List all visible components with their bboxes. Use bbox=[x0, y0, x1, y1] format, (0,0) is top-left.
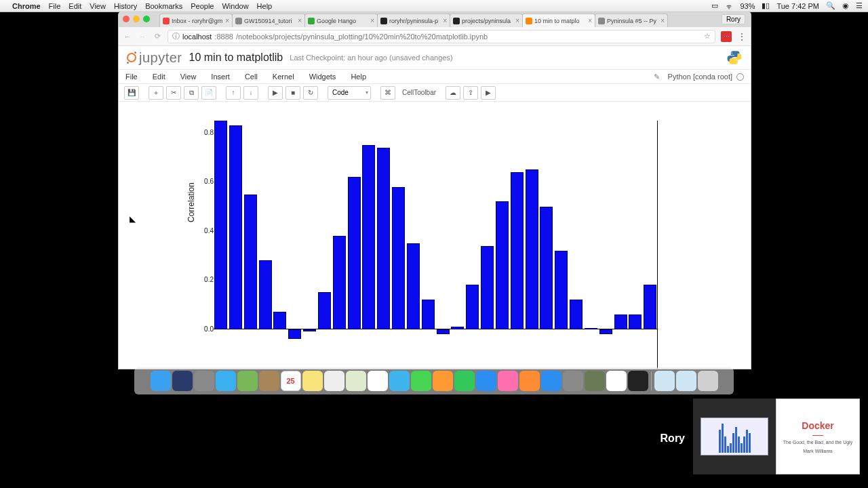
run-button[interactable]: ▶ bbox=[268, 86, 283, 100]
bar bbox=[466, 285, 479, 329]
jmenu-kernel[interactable]: Kernel bbox=[273, 73, 294, 81]
dock-reminders-icon[interactable] bbox=[324, 371, 344, 391]
jmenu-file[interactable]: File bbox=[125, 73, 138, 81]
dock-safari-icon[interactable] bbox=[216, 371, 236, 391]
bookmark-star-icon[interactable]: ☆ bbox=[704, 32, 711, 41]
jupyter-logo[interactable]: jupyter bbox=[127, 50, 182, 66]
edit-mode-icon[interactable]: ✎ bbox=[654, 73, 660, 81]
kernel-name[interactable]: Python [conda root] bbox=[668, 73, 732, 81]
jmenu-cell[interactable]: Cell bbox=[245, 73, 258, 81]
dock-screenshot2-icon[interactable] bbox=[676, 371, 696, 391]
siri-icon[interactable]: ◉ bbox=[842, 1, 849, 10]
extension-icon[interactable]: ⋯ bbox=[721, 31, 732, 42]
dock-ibooks-icon[interactable] bbox=[519, 371, 540, 391]
jmenu-widgets[interactable]: Widgets bbox=[309, 73, 336, 81]
menu-history[interactable]: History bbox=[114, 2, 137, 10]
close-tab-icon[interactable]: × bbox=[298, 17, 302, 24]
stop-button[interactable]: ■ bbox=[285, 86, 300, 100]
youtube-button[interactable]: ▶ bbox=[481, 86, 496, 100]
jupyter-wordmark: jupyter bbox=[139, 50, 182, 66]
dock-preview-icon[interactable] bbox=[237, 371, 258, 391]
address-bar[interactable]: ⓘ localhost:8888/notebooks/projects/pyni… bbox=[167, 30, 715, 43]
browser-tab[interactable]: 10 min to matplo× bbox=[522, 14, 595, 27]
menu-help[interactable]: Help bbox=[257, 2, 273, 10]
save-button[interactable]: 💾 bbox=[124, 86, 139, 100]
dock-trash-icon[interactable] bbox=[698, 371, 718, 391]
chrome-user-button[interactable]: Rory bbox=[722, 14, 745, 24]
close-tab-icon[interactable]: × bbox=[588, 17, 592, 24]
menu-people[interactable]: People bbox=[191, 2, 214, 10]
dock-contacts-icon[interactable] bbox=[259, 371, 279, 391]
browser-tab[interactable]: projects/pyninsula× bbox=[450, 14, 523, 27]
insert-cell-button[interactable]: ＋ bbox=[149, 86, 163, 100]
dock-settings-icon[interactable] bbox=[563, 371, 583, 391]
jmenu-edit[interactable]: Edit bbox=[153, 73, 165, 81]
browser-tab[interactable]: Inbox - roryhr@gm× bbox=[159, 14, 233, 27]
dock-maps-icon[interactable] bbox=[346, 371, 366, 391]
command-palette-button[interactable]: ⌘ bbox=[380, 86, 395, 100]
dock-itunes-icon[interactable] bbox=[498, 371, 518, 391]
close-tab-icon[interactable]: × bbox=[370, 17, 374, 24]
dock-notes-icon[interactable] bbox=[302, 371, 323, 391]
notification-center-icon[interactable]: ☰ bbox=[856, 1, 863, 10]
restart-button[interactable]: ↻ bbox=[303, 86, 318, 100]
cut-cell-button[interactable]: ✂ bbox=[166, 86, 181, 100]
cloud-button[interactable]: ☁ bbox=[446, 86, 460, 100]
window-controls[interactable] bbox=[123, 16, 150, 22]
copy-cell-button[interactable]: ⧉ bbox=[184, 86, 199, 100]
close-tab-icon[interactable]: × bbox=[515, 17, 519, 24]
dock-calendar-icon[interactable]: 25 bbox=[281, 371, 301, 391]
paste-cell-button[interactable]: 📄 bbox=[201, 86, 216, 100]
bar bbox=[348, 177, 361, 329]
dock-appstore-icon[interactable] bbox=[541, 371, 561, 391]
menu-window[interactable]: Window bbox=[222, 2, 248, 10]
dock-screenshot-icon[interactable] bbox=[654, 371, 675, 391]
dock-googleearth-icon[interactable] bbox=[172, 371, 193, 391]
close-tab-icon[interactable]: × bbox=[660, 17, 665, 24]
dock-pages-icon[interactable] bbox=[433, 371, 453, 391]
bar bbox=[644, 285, 656, 329]
forward-button[interactable]: → bbox=[138, 33, 147, 41]
slide-title: Docker bbox=[802, 420, 833, 431]
celltype-select[interactable]: Code bbox=[328, 86, 371, 100]
jmenu-help[interactable]: Help bbox=[351, 73, 366, 81]
dock-terminal-icon[interactable] bbox=[628, 371, 648, 391]
airplay-icon[interactable]: ▭ bbox=[711, 1, 718, 10]
dock-numbers-icon[interactable] bbox=[454, 371, 475, 391]
dock-photos-icon[interactable] bbox=[368, 371, 388, 391]
checkpoint-text: Last Checkpoint: an hour ago (unsaved ch… bbox=[290, 54, 452, 62]
browser-tab[interactable]: Google Hango× bbox=[304, 14, 378, 27]
menu-file[interactable]: File bbox=[49, 2, 61, 10]
menu-edit[interactable]: Edit bbox=[68, 2, 81, 10]
browser-tab[interactable]: GW150914_tutori× bbox=[232, 14, 305, 27]
dock-finder-icon[interactable] bbox=[151, 371, 171, 391]
site-info-icon[interactable]: ⓘ bbox=[172, 31, 180, 41]
dock-facetime-icon[interactable] bbox=[411, 371, 431, 391]
close-tab-icon[interactable]: × bbox=[443, 17, 447, 24]
spotlight-icon[interactable]: 🔍 bbox=[826, 1, 835, 10]
wifi-icon[interactable] bbox=[725, 2, 733, 10]
menu-view[interactable]: View bbox=[90, 2, 106, 10]
notebook-title[interactable]: 10 min to matplotlib bbox=[189, 52, 283, 64]
dock-chrome-icon[interactable] bbox=[606, 371, 627, 391]
jmenu-insert[interactable]: Insert bbox=[211, 73, 230, 81]
browser-tab[interactable]: Pyninsula #5 -- Py× bbox=[595, 14, 668, 27]
jmenu-view[interactable]: View bbox=[180, 73, 197, 81]
back-button[interactable]: ← bbox=[123, 33, 132, 41]
app-name[interactable]: Chrome bbox=[12, 2, 41, 10]
dock-keynote-icon[interactable] bbox=[476, 371, 496, 391]
dock-launchpad-icon[interactable] bbox=[194, 371, 214, 391]
reload-button[interactable]: ⟳ bbox=[153, 32, 162, 41]
chrome-menu-icon[interactable]: ⋮ bbox=[737, 31, 747, 42]
close-tab-icon[interactable]: × bbox=[225, 17, 229, 24]
jupyter-header: jupyter 10 min to matplotlib Last Checkp… bbox=[119, 46, 751, 69]
dock-messages-icon[interactable] bbox=[389, 371, 410, 391]
browser-tab[interactable]: roryhr/pyninsula-p× bbox=[377, 14, 450, 27]
menu-bookmarks[interactable]: Bookmarks bbox=[145, 2, 182, 10]
move-up-button[interactable]: ↑ bbox=[226, 86, 241, 100]
move-down-button[interactable]: ↓ bbox=[243, 86, 258, 100]
mac-dock[interactable]: 25 bbox=[134, 367, 734, 394]
nbextensions-button[interactable]: ⇪ bbox=[463, 86, 478, 100]
dock-wallpaper-icon[interactable] bbox=[585, 371, 605, 391]
bar bbox=[614, 314, 627, 329]
